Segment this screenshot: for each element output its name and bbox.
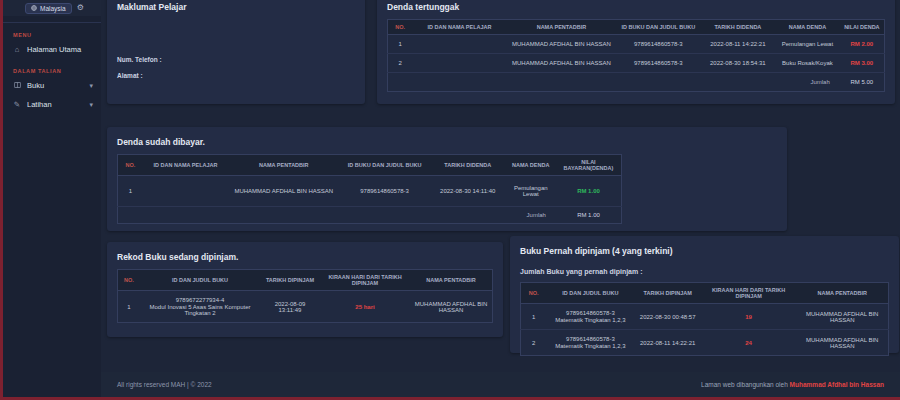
outstanding-fines-table: NO. ID DAN NAMA PELAJAR NAMA PENTADBIR I… (387, 19, 885, 92)
menu-heading: MENU (3, 23, 101, 40)
sidebar-item-latihan[interactable]: ✎ Latihan ▾ (3, 95, 101, 114)
table-row: 1 MUHAMMAD AFDHAL BIN HASSAN 97896148605… (388, 35, 885, 54)
column-header: NO. (118, 155, 143, 176)
cell-pentadbir: MUHAMMAD AFDHAL BIN HASSAN (796, 330, 888, 356)
sidebar-item-label: Halaman Utama (27, 45, 81, 54)
sidebar-item-buku[interactable]: Buku ▾ (3, 76, 101, 95)
book-title: Matematik Tingkatan 1,2,3 (549, 343, 631, 349)
cell-buku: 9789672277934-4 Modul Inovasi 5 Asas Sai… (140, 291, 260, 323)
language-label: Malaysia (40, 5, 66, 12)
globe-icon (31, 5, 37, 12)
panel-title: Buku Pernah dipinjam (4 yang terkini) (510, 236, 899, 260)
total-row: Jumlah RM 1.00 (118, 207, 622, 224)
cell-tarikh: 2022-08-30 14:11:40 (430, 176, 506, 207)
cell-no: 1 (118, 176, 143, 207)
app-frame: Malaysia ⚙ MENU ⌂ Halaman Utama DALAM TA… (0, 0, 900, 400)
settings-button[interactable]: ⚙ (77, 4, 84, 12)
cell-no: 1 (521, 304, 547, 330)
column-header: NO. (388, 20, 413, 35)
cell-kiraan-hari: 25 hari (320, 291, 410, 323)
cell-no: 2 (521, 330, 547, 356)
table-row: 2 9789614860578-3 Matematik Tingkatan 1,… (521, 330, 889, 356)
column-header: NAMA DENDA (506, 155, 556, 176)
panel-title: Denda tertunggak (377, 0, 895, 16)
table-header-row: NO. ID DAN JUDUL BUKU TARIKH DIPINJAM KI… (118, 270, 493, 291)
cell-tarikh: 2022-08-11 14:22:21 (701, 35, 776, 54)
cell-nilai-denda: RM 2.00 (840, 35, 885, 54)
sidebar-item-label: Buku (27, 81, 44, 90)
table-header-row: NO. ID DAN NAMA PELAJAR NAMA PENTADBIR I… (388, 20, 885, 35)
column-header: NILAI DENDA (840, 20, 885, 35)
column-header: TARIKH DIDENDA (430, 155, 506, 176)
panel-title: Rekod Buku sedang dipinjam. (107, 242, 503, 266)
cell-pentadbir: MUHAMMAD AFDHAL BIN HASSAN (410, 291, 493, 323)
book-id: 9789672277934-4 (176, 297, 225, 303)
cell-tarikh: 2022-08-09 13:11:49 (260, 291, 320, 323)
table-row: 1 9789614860578-3 Matematik Tingkatan 1,… (521, 304, 889, 330)
panel-paid-fines: Denda sudah dibayar. NO. ID DAN NAMA PEL… (107, 127, 787, 231)
panel-title: Denda sudah dibayar. (107, 127, 787, 151)
cell-no: 1 (388, 35, 413, 54)
cell-buku: 9789614860578-3 (616, 35, 700, 54)
table-header-row: NO. ID DAN JUDUL BUKU TARIKH DIPINJAM KI… (521, 283, 889, 304)
language-button[interactable]: Malaysia (25, 3, 72, 14)
sidebar-item-label: Latihan (27, 100, 52, 109)
cell-pelajar (412, 54, 506, 73)
paid-fines-table: NO. ID DAN NAMA PELAJAR NAMA PENTADBIR I… (117, 154, 622, 224)
cell-nilai-bayaran: RM 1.00 (556, 176, 622, 207)
panel-outstanding-fines: Denda tertunggak NO. ID DAN NAMA PELAJAR… (377, 0, 895, 104)
cell-pentadbir: MUHAMMAD AFDHAL BIN HASSAN (796, 304, 888, 330)
footer-credit-prefix: Laman web dibangunkan oleh (701, 381, 790, 388)
column-header: NO. (118, 270, 141, 291)
panel-title: Maklumat Pelajar (107, 0, 365, 16)
chevron-down-icon: ▾ (89, 101, 93, 109)
cell-nama-denda: Buku Rosak/Koyak (775, 54, 840, 73)
panel-borrow-history: Buku Pernah dipinjam (4 yang terkini) Ju… (510, 236, 899, 353)
cell-tarikh: 2022-08-30 00:48:57 (635, 304, 701, 330)
footer-credit-name[interactable]: Muhammad Afdhal bin Hassan (790, 381, 884, 388)
book-title: Matematik Tingkatan 1,2,3 (549, 317, 631, 323)
cell-pentadbir: MUHAMMAD AFDHAL BIN HASSAN (507, 35, 616, 54)
cell-pentadbir: MUHAMMAD AFDHAL BIN HASSAN (507, 54, 616, 73)
gear-icon: ⚙ (77, 3, 84, 12)
column-header: NO. (521, 283, 547, 304)
cell-no: 1 (118, 291, 141, 323)
cell-buku: 9789614860578-3 Matematik Tingkatan 1,2,… (546, 304, 634, 330)
column-header: TARIKH DIPINJAM (635, 283, 701, 304)
pencil-icon: ✎ (13, 100, 21, 109)
total-value: RM 5.00 (840, 73, 885, 92)
column-header: KIRAAN HARI DARI TARIKH DIPINJAM (320, 270, 410, 291)
column-header: ID DAN NAMA PELAJAR (412, 20, 506, 35)
book-id: 9789614860578-3 (566, 310, 615, 316)
sidebar-topbar: Malaysia ⚙ (3, 0, 101, 16)
cell-tarikh: 2022-08-30 18:54:31 (701, 54, 776, 73)
cell-pelajar (143, 176, 229, 207)
total-label: Jumlah (118, 207, 556, 224)
phone-label: Num. Telefon : (107, 56, 365, 63)
column-header: NAMA PENTADBIR (410, 270, 493, 291)
sidebar-item-halaman-utama[interactable]: ⌂ Halaman Utama (3, 40, 101, 59)
cell-nama-denda: Pemulangan Lewat (506, 176, 556, 207)
total-label: Jumlah (388, 73, 840, 92)
column-header: NAMA PENTADBIR (507, 20, 616, 35)
table-header-row: NO. ID DAN NAMA PELAJAR NAMA PENTADBIR I… (118, 155, 622, 176)
column-header: NAMA PENTADBIR (228, 155, 339, 176)
table-row: 1 9789672277934-4 Modul Inovasi 5 Asas S… (118, 291, 493, 323)
footer: All rights reserved MAH | © 2022 Laman w… (101, 372, 900, 397)
borrowed-books-table: NO. ID DAN JUDUL BUKU TARIKH DIPINJAM KI… (117, 269, 493, 323)
chevron-down-icon: ▾ (89, 82, 93, 90)
table-row: 2 MUHAMMAD AFDHAL BIN HASSAN 97896148605… (388, 54, 885, 73)
total-row: Jumlah RM 5.00 (388, 73, 885, 92)
cell-buku: 9789614860578-3 Matematik Tingkatan 1,2,… (546, 330, 634, 356)
column-header: ID DAN JUDUL BUKU (140, 270, 260, 291)
table-row: 1 MUHAMMAD AFDHAL BIN HASSAN 97896148605… (118, 176, 622, 207)
borrow-history-table: NO. ID DAN JUDUL BUKU TARIKH DIPINJAM KI… (520, 282, 889, 356)
cell-no: 2 (388, 54, 413, 73)
column-header: NAMA PENTADBIR (796, 283, 888, 304)
book-icon (13, 81, 21, 90)
column-header: NILAI BAYARAN(DENDA) (556, 155, 622, 176)
panel-student-info: Maklumat Pelajar Num. Telefon : Alamat : (107, 0, 365, 104)
address-label: Alamat : (107, 72, 365, 79)
column-header: ID DAN JUDUL BUKU (546, 283, 634, 304)
cell-kiraan-hari: 19 (701, 304, 797, 330)
